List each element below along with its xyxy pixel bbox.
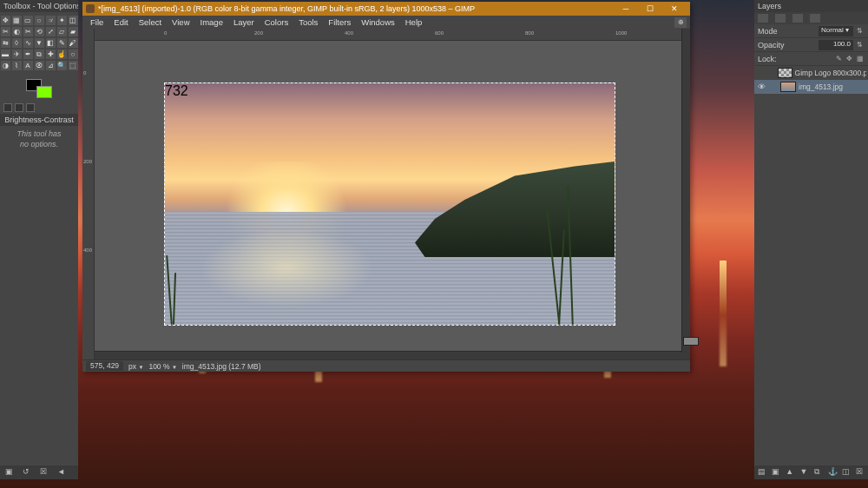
window-titlebar[interactable]: *[img_4513] (imported)-1.0 (RGB color 8-… — [82, 2, 690, 16]
zoom-tool[interactable]: 🔍 — [57, 61, 67, 70]
bucket-fill-tool[interactable]: ▼ — [35, 38, 44, 48]
pattern-preset-icon[interactable] — [15, 103, 23, 112]
lock-pixels-icon[interactable]: ✎ — [836, 55, 844, 63]
layer-name[interactable]: img_4513.jpg — [799, 82, 843, 91]
blur-tool[interactable]: ○ — [69, 49, 78, 59]
new-layer-icon[interactable]: ▤ — [758, 467, 766, 476]
shear-tool[interactable]: ▱ — [57, 27, 67, 36]
menu-view[interactable]: View — [168, 16, 194, 28]
vertical-scrollbar[interactable] — [681, 29, 690, 353]
new-group-icon[interactable]: ▣ — [772, 467, 780, 476]
color-swatches[interactable] — [26, 79, 52, 98]
menu-windows[interactable]: Windows — [357, 16, 399, 28]
measure-tool[interactable]: ⊿ — [46, 61, 56, 70]
text-tool[interactable]: A — [23, 61, 33, 70]
delete-layer-icon[interactable]: ☒ — [856, 467, 865, 476]
lock-alpha-icon[interactable]: ▦ — [857, 55, 865, 63]
heal-tool[interactable]: ✚ — [46, 49, 56, 59]
mode-dropdown[interactable]: Normal ▾ — [819, 26, 853, 36]
restore-presets-icon[interactable]: ↺ — [23, 467, 31, 476]
layer-row[interactable]: 👁 img_4513.jpg — [754, 80, 868, 94]
warp-tool[interactable]: ∿ — [23, 38, 33, 48]
rotate-tool[interactable]: ⟲ — [35, 27, 44, 36]
canvas-area[interactable]: 732 — [95, 41, 690, 351]
cage-tool[interactable]: ◊ — [12, 38, 22, 48]
menu-select[interactable]: Select — [135, 16, 166, 28]
reset-presets-icon[interactable]: ◄ — [57, 467, 66, 476]
visibility-toggle-icon[interactable]: 👁 — [756, 82, 766, 91]
menu-edit[interactable]: Edit — [109, 16, 132, 28]
move-tool[interactable]: ✥ — [1, 16, 10, 25]
gradient-preset-icon[interactable] — [26, 103, 35, 112]
save-presets-icon[interactable]: ▣ — [5, 467, 14, 476]
horizontal-scrollbar[interactable] — [95, 351, 690, 359]
fuzzy-select-tool[interactable]: ✦ — [57, 16, 67, 25]
free-select-tool[interactable]: ⟉ — [46, 16, 56, 25]
smudge-tool[interactable]: ☝ — [57, 49, 67, 59]
paths-tab-icon[interactable] — [792, 14, 803, 23]
menu-colors[interactable]: Colors — [260, 16, 293, 28]
menu-tools[interactable]: Tools — [294, 16, 322, 28]
mode-chevron-icon[interactable]: ⇅ — [857, 27, 865, 35]
paintbrush-tool[interactable]: 🖌 — [69, 38, 78, 48]
channels-tab-icon[interactable] — [775, 14, 786, 23]
perspective-tool[interactable]: ▰ — [69, 27, 78, 36]
crop-tool[interactable]: ✂ — [23, 27, 33, 36]
minimize-button[interactable]: ─ — [614, 2, 638, 16]
vertical-ruler[interactable]: 0 200 400 — [82, 29, 95, 359]
undo-tab-icon[interactable] — [810, 14, 820, 23]
opacity-slider[interactable]: 100.0 — [819, 40, 853, 50]
eraser-tool[interactable]: ▬ — [1, 49, 10, 59]
scroll-thumb[interactable] — [683, 337, 699, 346]
lock-position-icon[interactable]: ✥ — [846, 55, 854, 63]
menu-layer[interactable]: Layer — [229, 16, 259, 28]
menu-image[interactable]: Image — [196, 16, 227, 28]
pencil-tool[interactable]: ✎ — [57, 38, 67, 48]
layer-row[interactable]: Gimp Logo 800x300.png — [754, 66, 868, 80]
gradient-tool[interactable]: ◧ — [46, 38, 56, 48]
foreground-select-tool[interactable]: ◐ — [12, 27, 22, 36]
image-canvas[interactable]: 732 — [164, 82, 615, 326]
scissors-tool[interactable]: ✂ — [1, 27, 10, 36]
scale-tool[interactable]: ⤢ — [46, 27, 56, 36]
path-tool[interactable]: ⌇ — [12, 61, 22, 70]
layers-panel-title: Layers — [754, 0, 868, 12]
layer-list: Gimp Logo 800x300.png 👁 img_4513.jpg — [754, 66, 868, 94]
duplicate-layer-icon[interactable]: ⧉ — [814, 467, 823, 476]
rect-select-tool[interactable]: ▭ — [23, 16, 33, 25]
lower-layer-icon[interactable]: ▼ — [799, 467, 808, 476]
clone-tool[interactable]: ⧉ — [35, 49, 44, 59]
ink-tool[interactable]: ✒ — [23, 49, 33, 59]
align-tool[interactable]: ▦ — [12, 16, 22, 25]
layers-dock-tabs — [754, 12, 868, 24]
raise-layer-icon[interactable]: ▲ — [786, 467, 794, 476]
layers-tab-icon[interactable] — [758, 14, 768, 23]
ellipse-select-tool[interactable]: ○ — [35, 16, 44, 25]
unified-transform-tool[interactable]: ⬚ — [69, 61, 78, 70]
by-color-select-tool[interactable]: ◫ — [69, 16, 78, 25]
airbrush-tool[interactable]: ✈ — [12, 49, 22, 59]
lock-label: Lock: — [758, 55, 777, 63]
background-color[interactable] — [36, 86, 52, 98]
opacity-stepper-icon[interactable]: ⇅ — [857, 41, 865, 49]
maximize-button[interactable]: ☐ — [638, 2, 662, 16]
menu-file[interactable]: File — [86, 16, 108, 28]
dodge-tool[interactable]: ◑ — [1, 61, 10, 70]
zoom-toggle-icon[interactable]: ⊕ — [674, 17, 687, 28]
brush-preset-icon[interactable] — [3, 103, 12, 112]
close-button[interactable]: ✕ — [662, 2, 687, 16]
horizontal-ruler[interactable]: 0 200 400 600 800 1000 — [95, 29, 690, 41]
layer-name[interactable]: Gimp Logo 800x300.png — [795, 69, 866, 77]
zoom-dropdown[interactable]: 100 % ▼ — [148, 362, 176, 371]
color-picker-tool[interactable]: ⦿ — [35, 61, 44, 70]
menu-help[interactable]: Help — [401, 16, 427, 28]
units-dropdown[interactable]: px ▼ — [128, 362, 143, 371]
flip-tool[interactable]: ⇆ — [1, 38, 10, 48]
mode-label: Mode — [758, 27, 778, 36]
opacity-label: Opacity — [758, 41, 785, 49]
delete-presets-icon[interactable]: ☒ — [40, 467, 49, 476]
add-mask-icon[interactable]: ◫ — [842, 467, 851, 476]
layer-thumbnail — [778, 68, 792, 78]
merge-down-icon[interactable]: ⚓ — [828, 467, 837, 476]
menu-filters[interactable]: Filters — [324, 16, 355, 28]
